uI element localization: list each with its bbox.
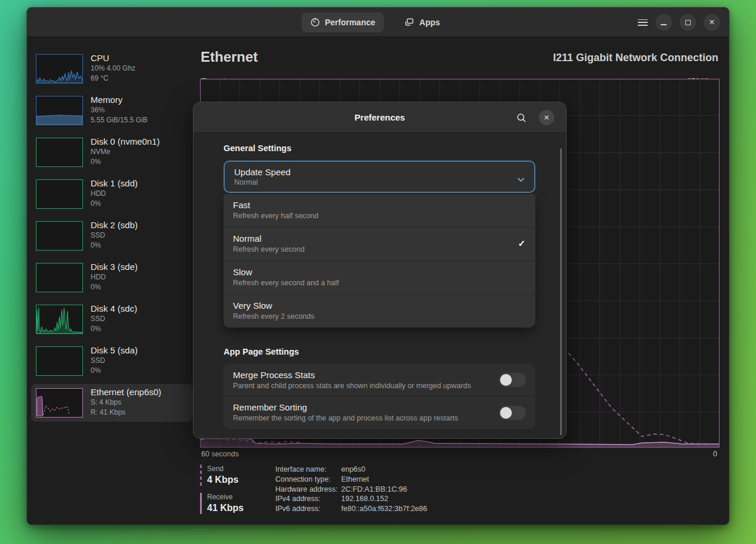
sidebar-item-name: Disk 3 (sde) xyxy=(91,262,138,272)
detail-value: enp6s0 xyxy=(341,465,365,475)
sidebar-item-line2: 36% xyxy=(91,105,148,115)
option-description: Refresh every second xyxy=(233,245,526,255)
general-settings-heading: General Settings xyxy=(224,143,535,153)
option-label: Normal xyxy=(233,233,526,245)
sidebar-item-name: Disk 1 (sdd) xyxy=(91,178,138,189)
toggle-switch[interactable] xyxy=(499,373,526,387)
sidebar-item[interactable]: Ethernet (enp6s0) S: 4 Kbps R: 41 Kbps xyxy=(31,384,193,422)
sidebar-item-name: Disk 0 (nvme0n1) xyxy=(91,136,160,147)
device-name: I211 Gigabit Network Connection xyxy=(553,52,718,64)
app-window: Performance Apps ✕ CPU xyxy=(26,7,730,525)
detail-label: IPv6 address: xyxy=(275,504,341,514)
tab-apps[interactable]: Apps xyxy=(396,12,449,32)
sidebar-item-name: Disk 2 (sdb) xyxy=(91,220,138,231)
maximize-button[interactable] xyxy=(680,14,696,31)
setting-label: Remember Sorting xyxy=(233,402,458,413)
apps-icon xyxy=(405,18,414,27)
sparkline-thumbnail xyxy=(36,305,83,334)
sidebar-item-name: Disk 5 (sda) xyxy=(91,345,138,356)
update-speed-value: Normal xyxy=(234,178,525,187)
detail-row: Hardware address: 2C:FD:A1:BB:1C:96 xyxy=(275,485,427,495)
sidebar-item[interactable]: CPU 10% 4.00 Ghz 69 °C xyxy=(31,50,193,88)
sidebar-item-line3: 69 °C xyxy=(91,74,135,84)
receive-legend: Receive 41 Kbps xyxy=(200,493,244,514)
sparkline-thumbnail xyxy=(36,221,83,251)
toggle-switch[interactable] xyxy=(499,406,526,420)
detail-row: Interface name: enp6s0 xyxy=(275,465,427,475)
send-label: Send xyxy=(207,465,238,473)
sidebar-item-line3: 0% xyxy=(91,366,138,376)
detail-value: fe80::a50a:f632:3b7f:2e86 xyxy=(341,504,427,514)
sidebar-item-name: Memory xyxy=(91,95,148,105)
detail-row: IPv4 address: 192.168.0.152 xyxy=(275,494,427,504)
performance-sidebar: CPU 10% 4.00 Ghz 69 °C Memory 36% 5.55 G… xyxy=(27,38,199,525)
close-window-button[interactable]: ✕ xyxy=(704,14,720,31)
sidebar-item[interactable]: Disk 0 (nvme0n1) NVMe 0% xyxy=(31,134,193,171)
update-speed-options: Fast Refresh every half second ✓ Normal … xyxy=(224,194,535,328)
option-description: Refresh every half second xyxy=(233,211,526,221)
sidebar-item[interactable]: Disk 1 (sdd) HDD 0% xyxy=(31,175,193,213)
receive-label: Receive xyxy=(207,493,244,502)
close-dialog-button[interactable]: ✕ xyxy=(539,110,554,125)
sidebar-item-line2: SSD xyxy=(91,356,138,366)
sparkline-thumbnail xyxy=(36,263,83,292)
sidebar-item[interactable]: Disk 3 (sde) HDD 0% xyxy=(31,259,193,296)
detail-value: Ethernet xyxy=(341,475,369,485)
chart-zero-label: 0 xyxy=(713,450,717,458)
page-title: Ethernet xyxy=(201,49,258,65)
setting-description: Remember the sorting of the app and proc… xyxy=(233,413,458,423)
setting-label: Merge Process Stats xyxy=(233,369,471,381)
sidebar-item-line2: 10% 4.00 Ghz xyxy=(91,64,135,74)
update-speed-dropdown[interactable]: Update Speed Normal xyxy=(224,161,535,193)
sidebar-item-line3: R: 41 Kbps xyxy=(91,408,161,418)
titlebar: Performance Apps ✕ xyxy=(27,8,729,37)
sparkline-thumbnail xyxy=(36,138,83,167)
checkmark-icon: ✓ xyxy=(518,238,525,249)
option-description: Refresh every 2 seconds xyxy=(233,312,526,322)
sidebar-item-line2: S: 4 Kbps xyxy=(91,398,161,408)
sidebar-item[interactable]: Disk 4 (sdc) SSD 0% xyxy=(31,301,193,338)
tab-apps-label: Apps xyxy=(419,18,440,27)
detail-value: 2C:FD:A1:BB:1C:96 xyxy=(341,485,407,495)
chevron-down-icon xyxy=(517,174,525,185)
detail-value: 192.168.0.152 xyxy=(341,494,388,504)
detail-row: Connection type: Ethernet xyxy=(275,475,427,485)
send-value: 4 Kbps xyxy=(207,473,238,486)
hamburger-menu-icon[interactable] xyxy=(638,19,648,26)
sidebar-item-name: CPU xyxy=(91,53,135,64)
gauge-icon xyxy=(310,18,319,27)
search-icon[interactable] xyxy=(514,111,528,125)
setting-row: Remember Sorting Remember the sorting of… xyxy=(224,396,535,429)
dialog-scrollbar[interactable] xyxy=(560,148,562,435)
preferences-dialog: Preferences ✕ General Settings Update Sp… xyxy=(193,102,567,439)
sidebar-item-line2: NVMe xyxy=(91,147,160,157)
sparkline-thumbnail xyxy=(36,96,83,125)
dropdown-option[interactable]: Normal Refresh every second ✓ xyxy=(224,228,535,261)
sidebar-item-line3: 0% xyxy=(91,241,138,251)
connection-details: Interface name: enp6s0 Connection type: … xyxy=(275,465,427,514)
dropdown-option[interactable]: Very Slow Refresh every 2 seconds ✓ xyxy=(224,295,535,328)
minimize-button[interactable] xyxy=(655,14,672,31)
dropdown-option[interactable]: Slow Refresh every second and a half ✓ xyxy=(224,261,535,295)
option-label: Slow xyxy=(233,266,526,278)
sidebar-item[interactable]: Memory 36% 5.55 GiB/15.5 GiB xyxy=(31,92,193,129)
option-label: Fast xyxy=(233,199,526,211)
send-legend: Send 4 Kbps xyxy=(200,465,238,486)
window-controls: ✕ xyxy=(638,14,720,31)
sparkline-thumbnail xyxy=(36,179,83,209)
tab-performance-label: Performance xyxy=(325,18,375,27)
sidebar-item-line2: HDD xyxy=(91,272,138,282)
chart-window-label: 60 seconds xyxy=(201,450,239,458)
sidebar-item[interactable]: Disk 2 (sdb) SSD 0% xyxy=(31,217,193,255)
dialog-header: Preferences ✕ xyxy=(194,102,566,133)
detail-label: Hardware address: xyxy=(275,485,341,495)
dialog-title: Preferences xyxy=(194,112,566,122)
app-page-settings-heading: App Page Settings xyxy=(224,347,535,356)
tab-performance[interactable]: Performance xyxy=(301,12,384,32)
view-switcher: Performance Apps xyxy=(301,12,449,32)
sidebar-item[interactable]: Disk 5 (sda) SSD 0% xyxy=(31,342,193,380)
sidebar-item-name: Ethernet (enp6s0) xyxy=(91,387,161,398)
dropdown-option[interactable]: Fast Refresh every half second ✓ xyxy=(224,194,535,228)
sidebar-item-name: Disk 4 (sdc) xyxy=(91,303,137,314)
detail-label: Interface name: xyxy=(275,465,341,475)
